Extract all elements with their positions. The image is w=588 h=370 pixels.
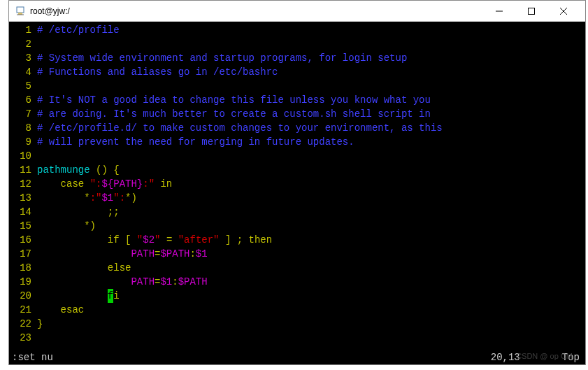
line-number: 16 bbox=[12, 233, 31, 247]
code-line: 22} bbox=[12, 317, 582, 331]
code-line: 14 ;; bbox=[12, 205, 582, 219]
svg-rect-0 bbox=[17, 7, 24, 13]
watermark: CSDN @ op CM bbox=[516, 349, 573, 363]
code-line: 10 bbox=[12, 149, 582, 163]
code-line: 2 bbox=[12, 37, 582, 51]
code-line: 19 PATH=$1:$PATH bbox=[12, 275, 582, 289]
close-button[interactable] bbox=[547, 1, 580, 21]
line-number: 4 bbox=[12, 65, 31, 79]
terminal-window: root@yjw:/ 1# /etc/profile23# System wid… bbox=[8, 0, 586, 365]
code-line: 15 *) bbox=[12, 219, 582, 233]
line-number: 23 bbox=[12, 331, 31, 345]
window-title: root@yjw:/ bbox=[30, 6, 483, 16]
line-number: 6 bbox=[12, 93, 31, 107]
line-number: 14 bbox=[12, 205, 31, 219]
line-number: 20 bbox=[12, 289, 31, 303]
line-number: 2 bbox=[12, 37, 31, 51]
code-line: 11pathmunge () { bbox=[12, 163, 582, 177]
code-line: 6# It's NOT a good idea to change this f… bbox=[12, 93, 582, 107]
code-line: 17 PATH=$PATH:$1 bbox=[12, 247, 582, 261]
code-line: 13 *:"$1":*) bbox=[12, 191, 582, 205]
code-line: 23 bbox=[12, 331, 582, 345]
line-number: 11 bbox=[12, 163, 31, 177]
vim-statusbar: :set nu 20,13 Top bbox=[9, 350, 585, 364]
titlebar[interactable]: root@yjw:/ bbox=[9, 1, 585, 22]
line-number: 18 bbox=[12, 261, 31, 275]
code-line: 16 if [ "$2" = "after" ] ; then bbox=[12, 233, 582, 247]
code-line: 9# will prevent the need for merging in … bbox=[12, 135, 582, 149]
line-number: 22 bbox=[12, 317, 31, 331]
minimize-button[interactable] bbox=[483, 1, 515, 21]
code-line: 4# Functions and aliases go in /etc/bash… bbox=[12, 65, 582, 79]
line-number: 9 bbox=[12, 135, 31, 149]
code-line: 5 bbox=[12, 79, 582, 93]
code-line: 7# are doing. It's much better to create… bbox=[12, 107, 582, 121]
window-controls bbox=[483, 1, 580, 21]
line-number: 3 bbox=[12, 51, 31, 65]
maximize-button[interactable] bbox=[515, 1, 547, 21]
code-line: 18 else bbox=[12, 261, 582, 275]
line-number: 5 bbox=[12, 79, 31, 93]
line-number: 17 bbox=[12, 247, 31, 261]
vim-command: :set nu bbox=[12, 350, 491, 364]
line-number: 15 bbox=[12, 219, 31, 233]
code-line: 20 fi bbox=[12, 289, 582, 303]
code-line: 8# /etc/profile.d/ to make custom change… bbox=[12, 121, 582, 135]
line-number: 7 bbox=[12, 107, 31, 121]
line-number: 21 bbox=[12, 303, 31, 317]
code-line: 3# System wide environment and startup p… bbox=[12, 51, 582, 65]
line-number: 12 bbox=[12, 177, 31, 191]
code-line: 1# /etc/profile bbox=[12, 23, 582, 37]
line-number: 10 bbox=[12, 149, 31, 163]
app-icon bbox=[15, 6, 26, 17]
code-line: 21 esac bbox=[12, 303, 582, 317]
line-number: 1 bbox=[12, 23, 31, 37]
svg-rect-4 bbox=[529, 8, 535, 14]
line-number: 8 bbox=[12, 121, 31, 135]
terminal-content[interactable]: 1# /etc/profile23# System wide environme… bbox=[9, 22, 585, 364]
line-number: 13 bbox=[12, 191, 31, 205]
line-number: 19 bbox=[12, 275, 31, 289]
code-line: 12 case ":${PATH}:" in bbox=[12, 177, 582, 191]
